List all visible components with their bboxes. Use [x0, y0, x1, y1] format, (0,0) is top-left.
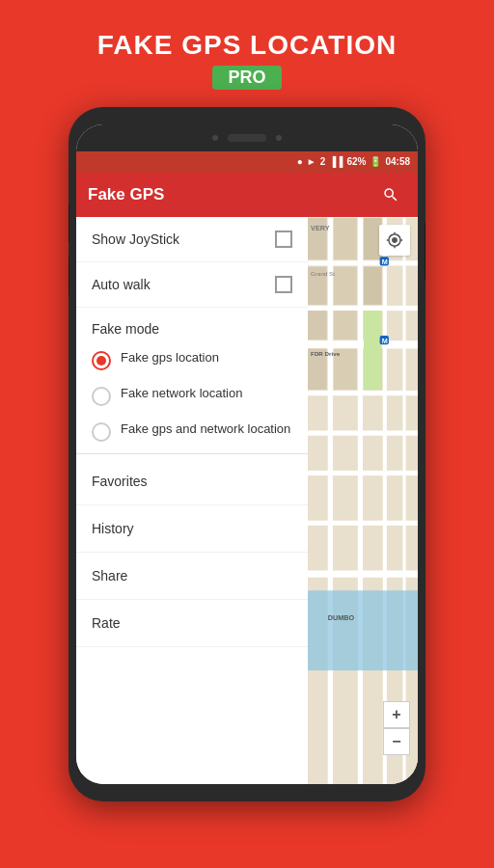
- speaker: [228, 134, 266, 142]
- battery-icon: 🔋: [370, 156, 381, 167]
- app-bar: Fake GPS: [76, 173, 418, 217]
- svg-rect-22: [364, 266, 382, 304]
- show-joystick-label: Show JoyStick: [92, 231, 275, 247]
- nav-favorites[interactable]: Favorites: [76, 458, 308, 505]
- svg-rect-10: [328, 217, 333, 784]
- auto-walk-label: Auto walk: [92, 277, 275, 292]
- show-joystick-item[interactable]: Show JoyStick: [76, 217, 308, 262]
- nav-share[interactable]: Share: [76, 553, 308, 600]
- pro-badge: PRO: [212, 66, 281, 90]
- svg-rect-13: [402, 217, 405, 784]
- volume-down-button: [69, 257, 69, 295]
- svg-rect-21: [334, 266, 357, 304]
- svg-rect-18: [334, 217, 357, 259]
- sim-icon: 2: [320, 156, 326, 167]
- app-bar-title: Fake GPS: [88, 185, 375, 204]
- content-area: Show JoyStick Auto walk Fake mode: [76, 217, 418, 784]
- svg-rect-29: [364, 311, 382, 390]
- status-bar: ● ► 2 ▐▐ 62% 🔋 04:58: [76, 151, 418, 173]
- phone-frame: ● ► 2 ▐▐ 62% 🔋 04:58 Fake GPS: [69, 107, 425, 801]
- radio-label-fake-gps: Fake gps location: [121, 350, 219, 366]
- radio-circle-fake-gps: [92, 351, 111, 370]
- svg-rect-28: [308, 590, 418, 670]
- phone-body: ● ► 2 ▐▐ 62% 🔋 04:58 Fake GPS: [69, 107, 425, 801]
- svg-text:M: M: [382, 258, 388, 266]
- search-button[interactable]: [375, 179, 406, 210]
- main-title: FAKE GPS LOCATION: [97, 29, 398, 62]
- svg-rect-12: [383, 217, 387, 784]
- radio-label-fake-both: Fake gps and network location: [121, 421, 290, 438]
- svg-text:Grand St: Grand St: [311, 269, 335, 276]
- radio-fake-both[interactable]: Fake gps and network location: [76, 414, 308, 449]
- location-status-icon: ●: [297, 156, 303, 167]
- divider-1: [76, 453, 308, 454]
- fake-mode-label: Fake mode: [76, 308, 308, 342]
- my-location-button[interactable]: [379, 225, 410, 256]
- svg-text:VERY: VERY: [311, 224, 330, 232]
- auto-walk-checkbox[interactable]: [275, 276, 292, 293]
- svg-text:DUMBO: DUMBO: [328, 613, 355, 622]
- clock: 04:58: [385, 156, 410, 167]
- svg-rect-24: [334, 311, 357, 339]
- svg-text:M: M: [382, 337, 388, 345]
- auto-walk-item[interactable]: Auto walk: [76, 262, 308, 308]
- map-zoom-controls: + −: [383, 701, 410, 755]
- map-panel: VERY Grand St FDR Drive DUMBO M M: [308, 217, 418, 784]
- radio-circle-fake-both: [92, 422, 111, 442]
- radio-fake-network[interactable]: Fake network location: [76, 378, 308, 414]
- volume-up-button: [69, 203, 69, 242]
- map-svg: VERY Grand St FDR Drive DUMBO M M: [308, 217, 418, 784]
- signal-icon: ▐▐: [329, 156, 343, 167]
- search-icon: [382, 186, 399, 203]
- battery-percent: 62%: [346, 156, 366, 167]
- zoom-out-button[interactable]: −: [383, 728, 410, 755]
- radio-label-fake-network: Fake network location: [121, 386, 242, 402]
- wifi-icon: ►: [307, 156, 316, 167]
- nav-rate[interactable]: Rate: [76, 600, 308, 647]
- radio-inner-fake-gps: [96, 356, 106, 366]
- show-joystick-checkbox[interactable]: [275, 231, 292, 248]
- phone-screen: ● ► 2 ▐▐ 62% 🔋 04:58 Fake GPS: [76, 124, 418, 784]
- svg-text:FDR Drive: FDR Drive: [311, 349, 341, 356]
- nav-history[interactable]: History: [76, 505, 308, 553]
- location-icon: [386, 231, 403, 249]
- svg-rect-23: [308, 311, 327, 339]
- power-button: [425, 223, 425, 281]
- sensor: [276, 135, 282, 141]
- zoom-in-button[interactable]: +: [383, 701, 410, 728]
- radio-fake-gps[interactable]: Fake gps location: [76, 342, 308, 378]
- phone-notch: [76, 124, 418, 151]
- drawer-menu: Show JoyStick Auto walk Fake mode: [76, 217, 308, 784]
- svg-rect-11: [358, 217, 363, 784]
- radio-circle-fake-network: [92, 387, 111, 406]
- front-camera: [212, 135, 218, 141]
